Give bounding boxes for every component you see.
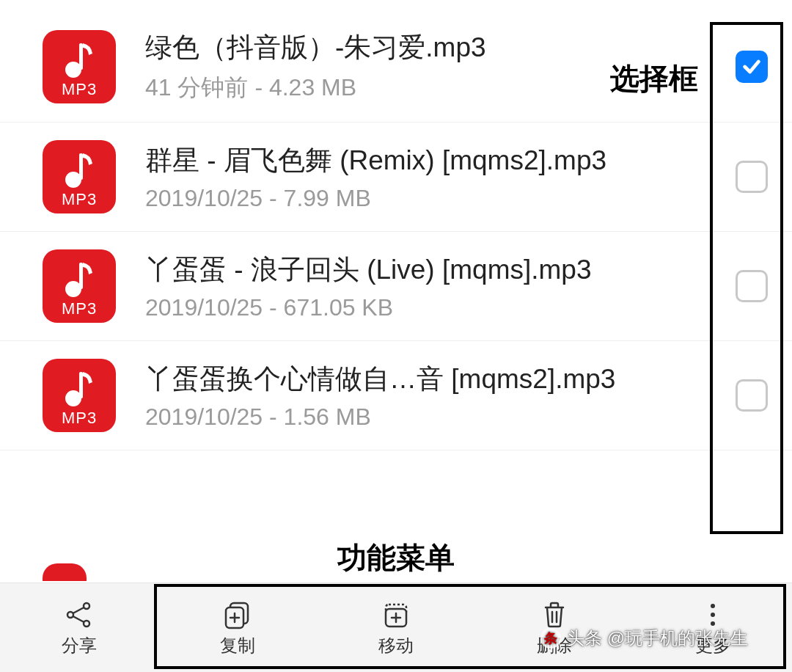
svg-point-24 (711, 613, 715, 617)
move-button[interactable]: 移动 (317, 591, 475, 665)
svg-point-8 (67, 612, 73, 618)
svg-point-4 (65, 281, 81, 297)
file-info: 绿色（抖音版）-朱习爱.mp3 41 分钟前 - 4.23 MB (145, 29, 719, 104)
svg-rect-5 (79, 263, 83, 289)
partial-next-row-icon (43, 563, 87, 581)
copy-label: 复制 (220, 634, 255, 657)
more-label: 更多 (695, 634, 730, 657)
file-list: MP3 绿色（抖音版）-朱习爱.mp3 41 分钟前 - 4.23 MB MP3… (0, 0, 792, 450)
checkbox-checked-icon (736, 51, 768, 83)
move-icon (380, 599, 412, 631)
copy-icon (221, 599, 254, 631)
mp3-file-icon: MP3 (43, 359, 116, 432)
svg-line-12 (73, 616, 84, 622)
file-row[interactable]: MP3 群星 - 眉飞色舞 (Remix) [mqms2].mp3 2019/1… (0, 123, 792, 232)
file-row[interactable]: MP3 绿色（抖音版）-朱习爱.mp3 41 分钟前 - 4.23 MB (0, 0, 792, 123)
share-label: 分享 (62, 634, 97, 657)
file-extension-label: MP3 (62, 409, 97, 428)
bottom-toolbar: 分享 复制 移动 删除 更多 (0, 582, 792, 672)
file-extension-label: MP3 (62, 190, 97, 209)
file-name: 群星 - 眉飞色舞 (Remix) [mqms2].mp3 (145, 142, 719, 179)
checkbox-unchecked-icon (736, 379, 768, 412)
svg-point-25 (711, 621, 715, 626)
checkbox-unchecked-icon (736, 270, 768, 302)
file-row[interactable]: MP3 丫蛋蛋换个心情做自…音 [mqms2].mp3 2019/10/25 -… (0, 341, 792, 450)
file-meta: 2019/10/25 - 671.05 KB (145, 294, 719, 321)
checkbox-unchecked-icon (736, 161, 768, 193)
checkbox-wrap[interactable] (733, 158, 770, 195)
copy-button[interactable]: 复制 (158, 591, 317, 665)
delete-label: 删除 (537, 634, 572, 657)
share-icon (63, 599, 95, 631)
annotation-label-menu: 功能菜单 (337, 538, 455, 578)
svg-point-0 (65, 62, 81, 78)
file-info: 丫蛋蛋 - 浪子回头 (Live) [mqms].mp3 2019/10/25 … (145, 252, 719, 321)
more-button[interactable]: 更多 (634, 591, 792, 665)
svg-point-6 (65, 390, 81, 406)
file-row[interactable]: MP3 丫蛋蛋 - 浪子回头 (Live) [mqms].mp3 2019/10… (0, 232, 792, 341)
mp3-file-icon: MP3 (43, 249, 116, 323)
checkbox-wrap[interactable] (733, 268, 770, 304)
file-name: 绿色（抖音版）-朱习爱.mp3 (145, 29, 719, 66)
file-extension-label: MP3 (62, 299, 97, 318)
file-info: 丫蛋蛋换个心情做自…音 [mqms2].mp3 2019/10/25 - 1.5… (145, 361, 719, 431)
svg-point-2 (65, 172, 81, 188)
svg-rect-7 (79, 372, 83, 398)
more-vertical-icon (697, 599, 729, 631)
svg-point-10 (84, 621, 89, 627)
mp3-file-icon: MP3 (43, 30, 116, 103)
svg-point-9 (84, 603, 89, 609)
checkbox-wrap[interactable] (733, 48, 770, 85)
delete-button[interactable]: 删除 (475, 591, 634, 665)
share-button[interactable]: 分享 (0, 591, 158, 665)
file-extension-label: MP3 (62, 80, 97, 99)
file-name: 丫蛋蛋 - 浪子回头 (Live) [mqms].mp3 (145, 252, 719, 288)
trash-icon (538, 599, 571, 631)
file-info: 群星 - 眉飞色舞 (Remix) [mqms2].mp3 2019/10/25… (145, 142, 719, 212)
svg-rect-1 (79, 43, 83, 70)
svg-point-23 (711, 604, 715, 608)
file-meta: 41 分钟前 - 4.23 MB (145, 72, 719, 104)
file-name: 丫蛋蛋换个心情做自…音 [mqms2].mp3 (145, 361, 719, 398)
mp3-file-icon: MP3 (43, 140, 116, 213)
move-label: 移动 (378, 634, 414, 657)
checkbox-wrap[interactable] (733, 377, 770, 414)
svg-line-11 (73, 607, 84, 613)
svg-rect-3 (79, 153, 83, 180)
file-meta: 2019/10/25 - 7.99 MB (145, 185, 719, 212)
file-meta: 2019/10/25 - 1.56 MB (145, 403, 719, 431)
